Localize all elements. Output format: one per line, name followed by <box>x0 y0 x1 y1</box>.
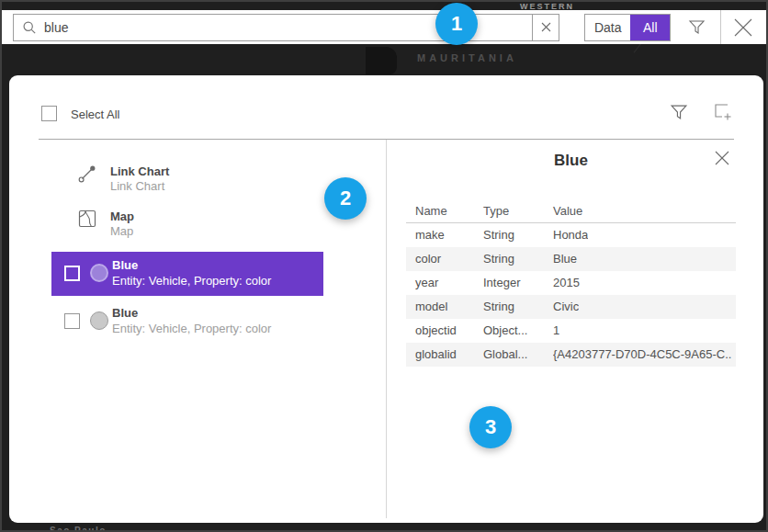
annotation-callout-1: 1 <box>435 3 478 45</box>
select-all-checkbox[interactable] <box>41 106 57 121</box>
list-item-subtitle: Entity: Vehicle, Property: color <box>112 274 271 288</box>
toolbar-divider <box>720 10 721 44</box>
list-item-title: Blue <box>112 306 138 320</box>
toggle-all-option[interactable]: All <box>630 15 670 40</box>
list-item-blue[interactable]: Blue Entity: Vehicle, Property: color <box>51 301 323 342</box>
cell-type: Global... <box>483 343 527 367</box>
cell-type: String <box>483 295 514 319</box>
list-item-title: Blue <box>112 258 138 272</box>
details-table: make String Honda color String Blue year… <box>406 223 736 367</box>
column-header-value: Value <box>553 204 582 218</box>
item-checkbox[interactable] <box>64 266 80 281</box>
cell-value: Civic <box>553 295 579 319</box>
search-icon <box>22 20 37 35</box>
select-all-label: Select All <box>71 108 119 121</box>
cell-value: {A4203777-D70D-4C5C-9A65-C... <box>553 343 732 367</box>
annotation-callout-2: 2 <box>324 177 367 220</box>
details-title: Blue <box>406 152 736 170</box>
toggle-data-option[interactable]: Data <box>585 15 630 40</box>
filter-icon <box>669 102 689 122</box>
list-item-subtitle: Map <box>110 224 133 238</box>
cell-type: Object... <box>483 319 527 343</box>
clear-search-button[interactable] <box>532 14 559 41</box>
cell-value: Blue <box>553 247 577 271</box>
add-to-selection-button[interactable] <box>713 102 733 122</box>
table-row: color String Blue <box>406 247 736 271</box>
entity-dot-icon <box>90 264 108 282</box>
link-chart-icon <box>77 164 97 184</box>
clear-search-icon <box>541 22 551 32</box>
cell-value: 2015 <box>553 271 580 295</box>
entity-dot-icon <box>90 311 108 330</box>
cell-name: color <box>415 247 441 271</box>
cell-type: String <box>483 223 514 247</box>
list-item-title: Link Chart <box>110 164 169 178</box>
table-row: model String Civic <box>406 295 736 319</box>
results-filter-button[interactable] <box>669 102 689 122</box>
cell-name: year <box>415 271 438 295</box>
close-search-button[interactable] <box>731 16 755 40</box>
data-all-toggle: Data All <box>584 14 671 41</box>
add-selection-icon <box>713 102 733 122</box>
list-item-subtitle: Link Chart <box>110 179 164 193</box>
cell-value: 1 <box>553 319 559 343</box>
list-item-blue-selected[interactable]: Blue Entity: Vehicle, Property: color <box>51 252 323 296</box>
cell-value: Honda <box>553 223 588 247</box>
list-item-subtitle: Entity: Vehicle, Property: color <box>112 322 271 335</box>
table-row: objectid Object... 1 <box>406 319 736 343</box>
close-icon <box>731 16 755 40</box>
close-details-button[interactable] <box>714 150 730 166</box>
search-filter-button[interactable] <box>687 17 706 37</box>
item-checkbox[interactable] <box>64 313 80 329</box>
cell-name: objectid <box>415 319 457 343</box>
cell-type: String <box>483 247 514 271</box>
app-window: WESTERN MAURITANIA Sao Paulo Data All <box>0 0 768 532</box>
map-label-mauritania: MAURITANIA <box>417 52 517 63</box>
cell-name: globalid <box>415 343 457 367</box>
column-header-type: Type <box>483 204 509 218</box>
map-icon <box>77 209 97 229</box>
column-header-name: Name <box>415 204 447 218</box>
cell-type: Integer <box>483 271 520 295</box>
table-row: make String Honda <box>406 223 736 247</box>
search-toolbar: Data All <box>2 10 766 44</box>
map-label-bottom: Sao Paulo <box>50 526 107 532</box>
close-icon <box>714 150 730 166</box>
table-row: globalid Global... {A4203777-D70D-4C5C-9… <box>406 343 736 367</box>
list-item-title: Map <box>110 209 134 223</box>
map-country-shape <box>366 47 397 74</box>
search-results-panel: Select All Link Chart Link Chart <box>9 75 763 523</box>
filter-icon <box>687 17 706 37</box>
details-panel: Blue Name Type Value make String Honda <box>406 140 736 518</box>
annotation-callout-3: 3 <box>469 406 512 448</box>
table-row: year Integer 2015 <box>406 271 736 295</box>
cell-name: make <box>415 223 445 247</box>
list-details-divider <box>386 140 387 518</box>
cell-name: model <box>415 295 447 319</box>
